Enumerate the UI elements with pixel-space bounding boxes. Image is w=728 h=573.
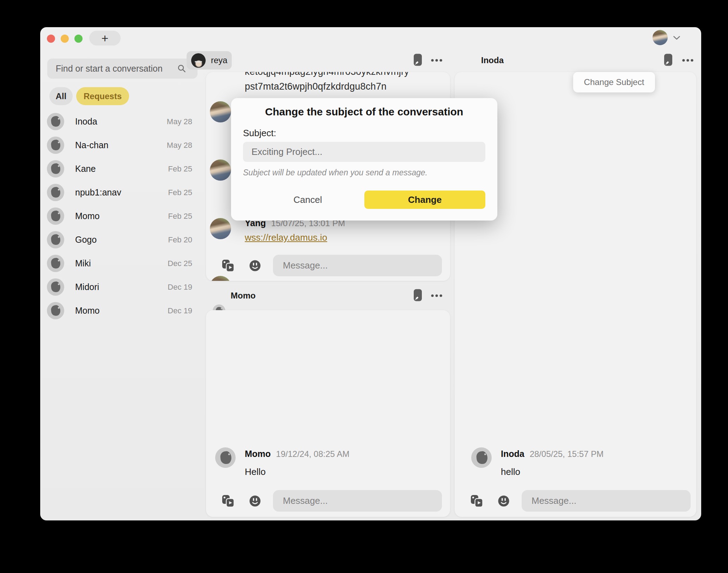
chevron-down-icon[interactable] [673,36,680,40]
message-author: Inoda [501,449,524,459]
search-input[interactable] [47,59,198,79]
attach-media-icon[interactable] [222,495,235,507]
contact-avatar [47,302,64,319]
conversation-row[interactable]: Momo Dec 19 [47,299,192,322]
subject-label: Subject: [243,128,276,139]
conversation-date: Feb 25 [168,212,193,221]
message-input[interactable] [273,255,442,276]
dialog-title: Change the subject of the conversation [231,106,497,118]
contact-avatar [47,113,64,130]
npub-text-clipped: ketoqjq4mpag2lygh4mro3oykzkhvmjry [245,72,409,77]
more-options-icon[interactable] [682,59,694,62]
contact-name: Gogo [75,235,168,245]
conversation-row[interactable]: Midori Dec 19 [47,275,192,299]
conversation-row[interactable]: Inoda May 28 [47,110,192,133]
chat-title: Inoda [481,55,504,65]
chat-panel-momo: Momo 19/12/24, 08:25 AM Hello [206,310,450,517]
more-options-icon[interactable] [431,294,443,297]
conversation-date: Dec 19 [168,283,192,292]
conversation-date: May 28 [167,141,192,150]
relay-link[interactable]: wss://relay.damus.io [245,232,327,243]
change-button[interactable]: Change [364,191,485,209]
subject-note: Subject will be updated when you send a … [243,168,427,177]
message-header: Inoda 28/05/25, 15:57 PM [501,449,603,459]
contact-avatar [47,231,64,248]
contact-name: Kane [75,164,168,174]
filter-requests-button[interactable]: Requests [76,87,129,105]
message-avatar [210,159,231,181]
contact-name: Momo [75,306,168,316]
message-avatar [215,447,236,468]
conversation-date: Feb 25 [168,164,193,174]
message-author: Momo [245,449,271,459]
attach-media-icon[interactable] [471,495,483,507]
message-input[interactable] [522,490,691,512]
minimize-window-button[interactable] [61,35,69,43]
contact-avatar [47,278,64,296]
conversation-date: Dec 25 [168,259,192,268]
contact-name: Na-chan [75,140,167,150]
conversation-date: May 28 [167,117,192,126]
zoom-window-button[interactable] [74,35,83,43]
conversation-date: Dec 19 [168,306,192,315]
npub-text: pst7mta2t6wpjh0qfzkdrdgu8ch7n [245,81,387,92]
app-window: + All Requests Inoda May 28 Na-chan May … [40,27,701,520]
conversation-date: Feb 20 [168,235,193,245]
contact-name: Momo [75,211,168,221]
change-subject-dialog: Change the subject of the conversation S… [231,98,497,221]
contact-name: Midori [75,282,168,292]
more-options-icon[interactable] [431,59,443,62]
account-avatar[interactable] [653,30,668,45]
contact-avatar [47,207,64,225]
message-input[interactable] [273,490,442,512]
message-header: Momo 19/12/24, 08:25 AM [245,449,350,459]
conversation-row[interactable]: Na-chan May 28 [47,133,192,157]
emoji-icon[interactable] [249,259,261,272]
emoji-icon[interactable] [497,495,510,507]
emoji-icon[interactable] [249,495,261,507]
conversation-row[interactable]: Miki Dec 25 [47,252,192,275]
conversation-row[interactable]: Momo Feb 25 [47,204,192,228]
change-subject-icon[interactable] [413,53,423,67]
conversation-row[interactable]: npub1:anav Feb 25 [47,181,192,204]
message-avatar [210,276,231,281]
chat-title: reya [211,55,228,65]
contact-avatar [47,160,64,177]
contact-name: Inoda [75,116,167,127]
message-avatar [210,218,231,239]
reya-avatar [191,53,206,68]
chat-header-reya[interactable]: reya [187,51,232,70]
conversation-row[interactable]: Kane Feb 25 [47,157,192,181]
contact-name: Miki [75,258,168,269]
message-time: 19/12/24, 08:25 AM [276,449,350,459]
message-avatar [471,447,492,468]
conversation-date: Feb 25 [168,188,193,197]
attach-media-icon[interactable] [222,259,235,272]
change-subject-icon[interactable] [413,289,423,303]
contact-name: npub1:anav [75,187,168,198]
message-avatar [210,101,231,122]
conversation-row[interactable]: Gogo Feb 20 [47,228,192,252]
close-window-button[interactable] [47,35,55,43]
new-column-button[interactable]: + [89,31,121,46]
message-time: 28/05/25, 15:57 PM [530,449,603,459]
message-text: hello [501,466,520,477]
contact-avatar [47,137,64,154]
filter-all-button[interactable]: All [49,87,73,105]
subject-input[interactable] [243,142,485,162]
change-subject-icon[interactable] [663,53,674,67]
contact-avatar [47,255,64,272]
contact-avatar [47,184,64,201]
cancel-button[interactable]: Cancel [277,191,339,209]
change-subject-tooltip: Change Subject [573,72,655,92]
screenshot-root: { "titlebar": { "new_chat_label": "+" },… [0,0,728,573]
message-text: Hello [245,466,266,477]
chat-title: Momo [231,291,256,301]
